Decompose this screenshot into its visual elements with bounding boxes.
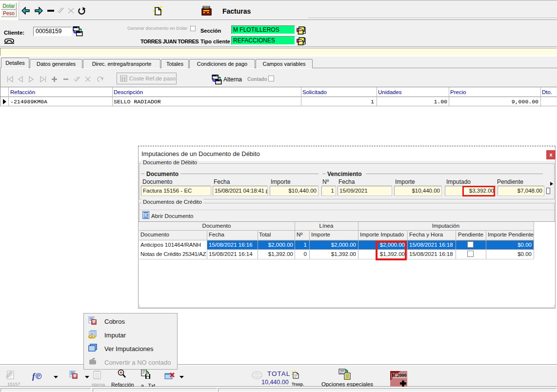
svg-text:12: 12 (92, 320, 96, 325)
svg-text:12: 12 (73, 374, 77, 379)
svg-text:f: f (32, 372, 36, 381)
